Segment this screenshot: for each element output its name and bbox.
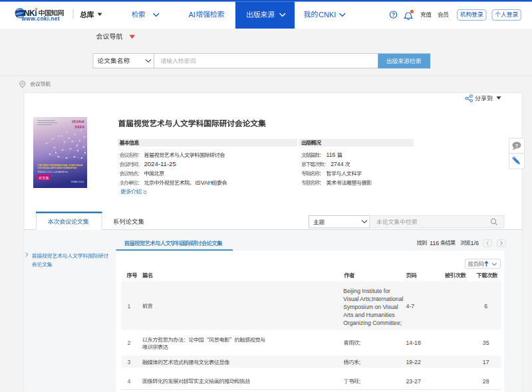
svg-text:?: ?	[515, 143, 519, 149]
svg-text:2024-11-25: 2024-11-25	[144, 160, 176, 167]
svg-text:;: ;	[359, 340, 360, 346]
svg-text:Beijing Institute for: Beijing Institute for	[343, 288, 390, 294]
svg-text:www.cnki.net: www.cnki.net	[21, 16, 60, 22]
svg-text:19-22: 19-22	[406, 359, 421, 365]
svg-text:Visual Arts;International: Visual Arts;International	[343, 296, 403, 302]
svg-text:3: 3	[128, 359, 131, 365]
svg-text:?: ?	[392, 11, 395, 18]
svg-text:1: 1	[128, 303, 131, 310]
svg-text:4: 4	[128, 378, 131, 385]
svg-text:116: 116	[430, 240, 439, 246]
svg-text:35: 35	[483, 340, 489, 346]
svg-text:Organizing Committee;: Organizing Committee;	[343, 320, 402, 326]
svg-text:17: 17	[483, 359, 489, 365]
svg-text:4-7: 4-7	[406, 303, 415, 310]
svg-text:;: ;	[359, 379, 360, 385]
svg-text:14-18: 14-18	[406, 340, 421, 346]
svg-text:;: ;	[359, 359, 360, 365]
svg-text:ON VISUAL ARTS AND HUMANITIES: ON VISUAL ARTS AND HUMANITIES	[38, 167, 77, 169]
svg-text:ISVAH 2024: ISVAH 2024	[70, 181, 84, 183]
svg-text:CNKI: CNKI	[319, 11, 336, 19]
svg-text:2: 2	[128, 340, 131, 346]
svg-text:Symposium on Visual: Symposium on Visual	[343, 304, 398, 310]
svg-text:2744: 2744	[331, 161, 343, 167]
svg-text:ISVAH: ISVAH	[195, 179, 212, 186]
svg-text:28: 28	[483, 378, 489, 385]
svg-text:2024: 2024	[75, 125, 85, 129]
svg-text:116: 116	[327, 151, 336, 158]
svg-text:ISVAH: ISVAH	[72, 120, 84, 124]
svg-text:23-27: 23-27	[406, 378, 421, 385]
svg-text:6: 6	[484, 303, 487, 310]
svg-text:AI: AI	[189, 11, 196, 19]
svg-text:Arts and Humanities: Arts and Humanities	[343, 312, 394, 318]
svg-text:1/6: 1/6	[471, 240, 479, 246]
